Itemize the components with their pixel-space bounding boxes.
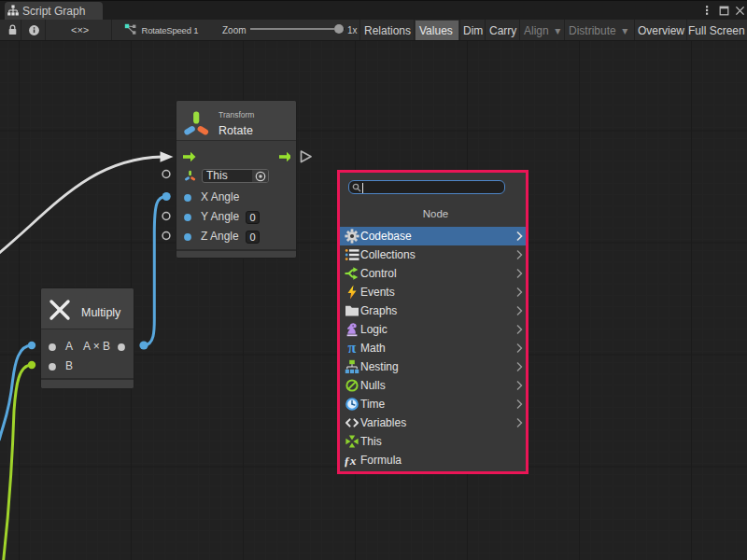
svg-text:ƒx: ƒx (345, 453, 357, 467)
svg-text:π: π (348, 341, 357, 356)
